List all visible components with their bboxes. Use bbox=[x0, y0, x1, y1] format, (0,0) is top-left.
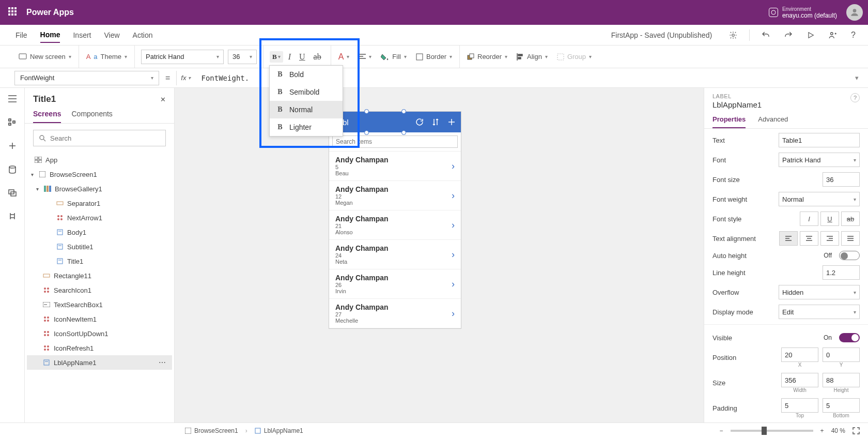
play-icon[interactable] bbox=[804, 29, 817, 41]
font-family-select[interactable]: Patrick Hand▾ bbox=[141, 50, 224, 64]
size-height-input[interactable]: 88 bbox=[823, 373, 860, 387]
tree-search[interactable] bbox=[33, 130, 166, 146]
bold-dropdown-button[interactable]: B▾ bbox=[270, 51, 283, 63]
strike-toggle[interactable]: ab bbox=[841, 212, 860, 226]
refresh-icon[interactable] bbox=[415, 118, 424, 126]
align-button[interactable]: Align▾ bbox=[516, 51, 549, 63]
fx-button[interactable]: fx▾ bbox=[176, 71, 195, 85]
prop-text-input[interactable]: Table1 bbox=[779, 133, 860, 147]
zoom-slider[interactable] bbox=[731, 430, 813, 432]
tree-lblappname[interactable]: LblAppName1⋯ bbox=[27, 355, 172, 370]
padding-bottom-input[interactable]: 5 bbox=[823, 398, 860, 413]
panel-help-icon[interactable]: ? bbox=[850, 93, 860, 102]
menu-home[interactable]: Home bbox=[40, 27, 60, 43]
position-y-input[interactable]: 0 bbox=[823, 348, 860, 362]
tree-rectangle[interactable]: Rectangle11 bbox=[27, 268, 172, 283]
zoom-plus[interactable]: + bbox=[820, 427, 824, 434]
menu-action[interactable]: Action bbox=[133, 28, 153, 42]
list-item[interactable]: Andy Champan12Megan› bbox=[329, 181, 461, 210]
font-color-button[interactable]: A▾ bbox=[337, 50, 351, 64]
zoom-minus[interactable]: − bbox=[720, 427, 723, 434]
tree-gallery[interactable]: ▾BrowseGallery1 bbox=[27, 182, 172, 196]
prop-fontsize-input[interactable]: 36 bbox=[823, 172, 860, 187]
italic-toggle[interactable]: I bbox=[800, 212, 818, 226]
app-header-title[interactable]: bl bbox=[343, 118, 349, 127]
prop-displaymode-select[interactable]: Edit▾ bbox=[779, 305, 860, 319]
list-item[interactable]: Andy Champan21Alonso› bbox=[329, 210, 461, 240]
font-size-select[interactable]: 36▾ bbox=[228, 50, 257, 64]
list-item[interactable]: Andy Champan27Mechelle› bbox=[329, 299, 461, 328]
list-item[interactable]: Andy Champan5Beau› bbox=[329, 152, 461, 181]
redo-icon[interactable] bbox=[782, 28, 795, 42]
data-icon[interactable] bbox=[7, 163, 18, 176]
align-left[interactable] bbox=[779, 231, 798, 246]
align-right[interactable] bbox=[820, 231, 839, 246]
tab-properties[interactable]: Properties bbox=[712, 115, 746, 128]
fill-button[interactable]: Fill▾ bbox=[380, 51, 408, 63]
font-weight-lighter[interactable]: BLighter bbox=[270, 118, 343, 136]
tools-icon[interactable] bbox=[7, 210, 18, 222]
underline-toggle[interactable]: U bbox=[820, 212, 839, 226]
breadcrumb-screen[interactable]: BrowseScreen1 bbox=[181, 426, 242, 435]
property-selector[interactable]: FontWeight▾ bbox=[14, 71, 159, 85]
chevron-right-icon[interactable]: › bbox=[452, 279, 455, 290]
align-justify[interactable] bbox=[841, 231, 860, 246]
prop-font-select[interactable]: Patrick Hand▾ bbox=[779, 153, 860, 167]
insert-icon[interactable] bbox=[6, 140, 19, 152]
chevron-right-icon[interactable]: › bbox=[452, 161, 455, 172]
text-align-button[interactable]: ▾ bbox=[358, 52, 373, 62]
size-width-input[interactable]: 356 bbox=[781, 373, 818, 387]
prop-lineheight-input[interactable]: 1.2 bbox=[823, 265, 860, 280]
hamburger-icon[interactable] bbox=[6, 93, 19, 104]
font-weight-normal[interactable]: BNormal bbox=[270, 101, 343, 118]
tree-app[interactable]: App bbox=[27, 153, 172, 167]
list-item[interactable]: Andy Champan24Neta› bbox=[329, 240, 461, 269]
breadcrumb-control[interactable]: LblAppName1 bbox=[251, 426, 307, 435]
sort-icon[interactable] bbox=[432, 118, 439, 126]
fit-screen-icon[interactable] bbox=[853, 427, 860, 434]
close-icon[interactable]: ✕ bbox=[160, 96, 166, 103]
tree-iconrefresh[interactable]: IconRefresh1 bbox=[27, 341, 172, 355]
menu-file[interactable]: File bbox=[16, 28, 27, 42]
tab-screens[interactable]: Screens bbox=[33, 110, 61, 123]
prop-fontweight-select[interactable]: Normal▾ bbox=[779, 192, 860, 206]
chevron-right-icon[interactable]: › bbox=[452, 308, 455, 319]
font-weight-bold[interactable]: BBold bbox=[270, 66, 343, 83]
tree-browsescreen[interactable]: ▾BrowseScreen1 bbox=[27, 167, 172, 182]
tree-body[interactable]: Body1 bbox=[27, 225, 172, 239]
theme-button[interactable]: AaTheme▾ bbox=[85, 51, 128, 63]
tree-search-input[interactable] bbox=[50, 134, 160, 142]
chevron-right-icon[interactable]: › bbox=[452, 220, 455, 231]
new-screen-button[interactable]: New screen▾ bbox=[18, 51, 72, 63]
add-icon[interactable] bbox=[447, 118, 456, 126]
tree-view-icon[interactable] bbox=[6, 116, 19, 128]
strikethrough-icon[interactable]: ab bbox=[311, 50, 324, 64]
app-checker-icon[interactable] bbox=[726, 28, 740, 42]
menu-insert[interactable]: Insert bbox=[73, 28, 91, 42]
tree-separator[interactable]: Separator1 bbox=[27, 196, 172, 210]
italic-icon[interactable]: I bbox=[285, 50, 294, 64]
undo-icon[interactable] bbox=[759, 28, 772, 42]
font-weight-semibold[interactable]: BSemibold bbox=[270, 83, 343, 101]
tree-iconsort[interactable]: IconSortUpDown1 bbox=[27, 326, 172, 341]
tree-title[interactable]: Title1 bbox=[27, 254, 172, 268]
chevron-right-icon[interactable]: › bbox=[452, 190, 455, 201]
border-button[interactable]: Border▾ bbox=[415, 51, 453, 63]
underline-icon[interactable]: U bbox=[296, 50, 308, 64]
more-icon[interactable]: ⋯ bbox=[159, 358, 166, 367]
position-x-input[interactable]: 20 bbox=[781, 348, 818, 362]
user-avatar[interactable] bbox=[846, 4, 863, 21]
tab-advanced[interactable]: Advanced bbox=[758, 115, 788, 128]
tree-iconnewitem[interactable]: IconNewItem1 bbox=[27, 312, 172, 326]
padding-top-input[interactable]: 5 bbox=[781, 398, 818, 413]
visible-toggle[interactable] bbox=[839, 333, 860, 342]
environment-picker[interactable]: Environmentenayu.com (default) bbox=[769, 6, 837, 19]
formula-expand-icon[interactable]: ▾ bbox=[855, 74, 859, 82]
help-icon[interactable]: ? bbox=[849, 28, 858, 42]
tree-nextarrow[interactable]: NextArrow1 bbox=[27, 210, 172, 225]
waffle-icon[interactable] bbox=[8, 7, 19, 18]
prop-overflow-select[interactable]: Hidden▾ bbox=[779, 285, 860, 299]
chevron-right-icon[interactable]: › bbox=[452, 249, 455, 260]
media-icon[interactable] bbox=[6, 187, 19, 199]
list-item[interactable]: Andy Champan26Irvin› bbox=[329, 269, 461, 299]
